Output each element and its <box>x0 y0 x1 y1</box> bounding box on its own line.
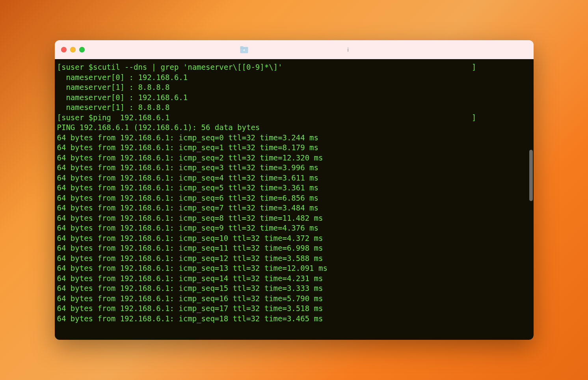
terminal-line: 64 bytes from 192.168.6.1: icmp_seq=0 tt… <box>57 133 532 143</box>
terminal-line: nameserver[0] : 192.168.6.1 <box>57 93 532 103</box>
terminal-body[interactable]: [suser $scutil --dns | grep 'nameserver\… <box>55 59 534 340</box>
terminal-line: 64 bytes from 192.168.6.1: icmp_seq=15 t… <box>57 283 532 294</box>
terminal-line: 64 bytes from 192.168.6.1: icmp_seq=8 tt… <box>57 213 532 224</box>
terminal-line: 64 bytes from 192.168.6.1: icmp_seq=11 t… <box>57 243 532 253</box>
window-title: i <box>347 47 348 53</box>
terminal-line: [suser $scutil --dns | grep 'nameserver\… <box>57 62 532 73</box>
terminal-line: 64 bytes from 192.168.6.1: icmp_seq=4 tt… <box>57 173 532 183</box>
maximize-button[interactable] <box>79 47 85 52</box>
terminal-line: 64 bytes from 192.168.6.1: icmp_seq=16 t… <box>57 294 532 304</box>
terminal-line: 64 bytes from 192.168.6.1: icmp_seq=13 t… <box>57 263 532 274</box>
terminal-line: nameserver[1] : 8.8.8.8 <box>57 102 532 113</box>
terminal-line: 64 bytes from 192.168.6.1: icmp_seq=18 t… <box>57 314 532 324</box>
titlebar-center: i <box>239 46 348 54</box>
terminal-line: PING 192.168.6.1 (192.168.6.1): 56 data … <box>57 123 532 133</box>
terminal-line: nameserver[1] : 8.8.8.8 <box>57 82 532 93</box>
terminal-line: 64 bytes from 192.168.6.1: icmp_seq=2 tt… <box>57 153 532 163</box>
terminal-line: 64 bytes from 192.168.6.1: icmp_seq=17 t… <box>57 304 532 314</box>
terminal-line: [suser $ping 192.168.6.1 ] <box>57 113 532 123</box>
titlebar[interactable]: i <box>55 40 534 59</box>
terminal-line: 64 bytes from 192.168.6.1: icmp_seq=1 tt… <box>57 143 532 153</box>
terminal-line: 64 bytes from 192.168.6.1: icmp_seq=10 t… <box>57 233 532 244</box>
terminal-line: 64 bytes from 192.168.6.1: icmp_seq=14 t… <box>57 274 532 284</box>
terminal-window: i [suser $scutil --dns | grep 'nameserve… <box>55 40 534 340</box>
terminal-line: 64 bytes from 192.168.6.1: icmp_seq=12 t… <box>57 253 532 264</box>
terminal-line: 64 bytes from 192.168.6.1: icmp_seq=6 tt… <box>57 193 532 203</box>
traffic-lights <box>61 47 85 52</box>
folder-icon <box>239 46 249 54</box>
terminal-line: 64 bytes from 192.168.6.1: icmp_seq=3 tt… <box>57 163 532 173</box>
minimize-button[interactable] <box>70 47 76 52</box>
terminal-line: nameserver[0] : 192.168.6.1 <box>57 73 532 83</box>
scrollbar-thumb[interactable] <box>529 150 533 201</box>
terminal-line: 64 bytes from 192.168.6.1: icmp_seq=7 tt… <box>57 203 532 213</box>
close-button[interactable] <box>61 47 67 52</box>
terminal-line: 64 bytes from 192.168.6.1: icmp_seq=5 tt… <box>57 183 532 193</box>
scrollbar-track[interactable] <box>529 59 533 340</box>
terminal-line: 64 bytes from 192.168.6.1: icmp_seq=9 tt… <box>57 223 532 233</box>
